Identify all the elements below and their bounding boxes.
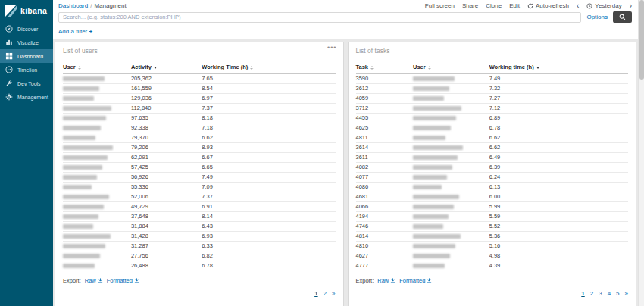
- export-raw-link[interactable]: Raw: [377, 277, 395, 284]
- panel-options-icon[interactable]: •••: [327, 45, 336, 51]
- export-formatted-link[interactable]: Formatted: [399, 277, 432, 284]
- breadcrumb-dashboard-link[interactable]: Dashboard: [58, 2, 88, 9]
- clock-icon: [586, 3, 592, 9]
- auto-refresh-button[interactable]: Auto-refresh: [527, 2, 569, 9]
- redacted-user-name: [413, 136, 445, 140]
- table-row: 44556.89: [356, 114, 629, 123]
- table-row: 46256.78: [356, 123, 629, 133]
- redacted-user-name: [413, 106, 461, 111]
- kibana-logo[interactable]: kibana: [0, 0, 53, 22]
- sort-icon: [370, 66, 374, 70]
- table-row: 31,4286.93: [63, 232, 336, 242]
- table-row: 31,8846.43: [63, 222, 336, 232]
- redacted-user-name: [63, 76, 105, 81]
- cell-user-redacted: [63, 202, 131, 212]
- search-button[interactable]: [613, 11, 632, 23]
- pagination-next[interactable]: »: [625, 290, 628, 297]
- add-filter-button[interactable]: Add a filter +: [58, 28, 92, 35]
- cell-time: 5.16: [489, 242, 628, 251]
- edit-button[interactable]: Edit: [509, 2, 520, 9]
- users-table: User Activity Working Time (h) 205,3627.…: [63, 61, 336, 270]
- cell-user-redacted: [63, 173, 131, 183]
- cell-user-redacted: [63, 94, 131, 104]
- pagination-next[interactable]: »: [332, 290, 335, 297]
- cell-time: 6.13: [489, 183, 628, 192]
- wrench-icon: [5, 80, 13, 87]
- export-formatted-link[interactable]: Formatted: [107, 277, 139, 284]
- search-options-link[interactable]: Options: [586, 14, 608, 20]
- cell-activity: 112,840: [131, 104, 202, 114]
- redacted-user-name: [413, 155, 458, 160]
- cell-user-redacted: [413, 143, 489, 153]
- cell-user-redacted: [63, 153, 131, 163]
- cell-user-redacted: [413, 212, 489, 222]
- clone-button[interactable]: Clone: [486, 2, 502, 9]
- cell-user-redacted: [63, 183, 131, 192]
- sidebar-item-visualize[interactable]: Visualize: [0, 36, 53, 49]
- export-raw-link[interactable]: Raw: [85, 277, 103, 284]
- cell-user-redacted: [413, 242, 489, 251]
- sidebar-item-management[interactable]: Management: [0, 90, 53, 104]
- redacted-user-name: [413, 86, 449, 91]
- sidebar-item-dev-tools[interactable]: Dev Tools: [0, 76, 53, 90]
- column-header-user[interactable]: User: [413, 61, 489, 74]
- pagination-page-1[interactable]: 1: [581, 290, 584, 297]
- redacted-user-name: [413, 96, 444, 101]
- cell-user-redacted: [413, 153, 489, 163]
- cell-user-redacted: [413, 133, 489, 143]
- time-forward-chevron-icon[interactable]: ›: [630, 3, 632, 9]
- redacted-user-name: [413, 195, 459, 199]
- pagination-page-5[interactable]: 5: [616, 290, 619, 297]
- cell-time: 6.62: [202, 133, 335, 143]
- tasks-pagination: 12345»: [356, 290, 629, 297]
- cell-user-redacted: [63, 232, 131, 242]
- redacted-user-name: [63, 264, 95, 268]
- time-back-chevron-icon[interactable]: ‹: [577, 3, 579, 9]
- search-icon: [619, 14, 626, 20]
- timelion-icon: [5, 66, 13, 73]
- cell-task: 4455: [356, 114, 413, 123]
- cell-user-redacted: [413, 163, 489, 173]
- cell-task: 4194: [356, 212, 413, 222]
- export-row: Export: Raw Formatted: [356, 277, 629, 284]
- column-header-task[interactable]: Task: [356, 61, 413, 74]
- cell-task: 4059: [356, 94, 413, 104]
- cell-user-redacted: [63, 143, 131, 153]
- column-header-user[interactable]: User: [63, 61, 131, 74]
- share-button[interactable]: Share: [462, 2, 478, 9]
- vertical-scrollbar[interactable]: [638, 0, 644, 306]
- cell-time: 5.52: [489, 222, 628, 232]
- pagination-page-4[interactable]: 4: [608, 290, 611, 297]
- table-row: 35907.49: [356, 74, 629, 84]
- search-input[interactable]: [58, 12, 581, 23]
- cell-time: 5.59: [489, 212, 628, 222]
- table-row: 46274.98: [356, 251, 629, 261]
- redacted-user-name: [413, 224, 443, 229]
- pagination-page-2[interactable]: 2: [324, 290, 327, 297]
- full-screen-button[interactable]: Full screen: [425, 2, 455, 9]
- column-header-working-time[interactable]: Working time (h): [489, 61, 628, 74]
- column-header-working-time[interactable]: Working Time (h): [202, 61, 335, 74]
- column-header-activity[interactable]: Activity: [131, 61, 202, 74]
- sidebar-item-discover[interactable]: Discover: [0, 22, 53, 36]
- sidebar-item-dashboard[interactable]: Dashboard: [0, 49, 53, 63]
- cell-time: 7.12: [489, 104, 628, 114]
- redacted-user-name: [413, 244, 455, 248]
- sidebar-item-label: Dashboard: [17, 54, 43, 59]
- sidebar-item-timelion[interactable]: Timelion: [0, 63, 53, 76]
- time-picker-button[interactable]: Yesterday: [586, 2, 621, 9]
- scrollbar-thumb[interactable]: [639, 0, 644, 80]
- auto-refresh-label: Auto-refresh: [536, 2, 569, 9]
- pagination-page-2[interactable]: 2: [590, 290, 593, 297]
- pagination-page-1[interactable]: 1: [314, 290, 317, 297]
- table-row: 55,3367.09: [63, 183, 336, 192]
- redacted-user-name: [413, 116, 456, 120]
- cell-time: 6.33: [202, 242, 335, 251]
- redacted-user-name: [413, 126, 451, 130]
- table-row: 41945.59: [356, 212, 629, 222]
- sidebar-item-label: Management: [17, 95, 48, 100]
- cell-task: 4077: [356, 173, 413, 183]
- discover-icon: [5, 25, 13, 33]
- kibana-logo-icon: [5, 5, 17, 17]
- pagination-page-3[interactable]: 3: [599, 290, 602, 297]
